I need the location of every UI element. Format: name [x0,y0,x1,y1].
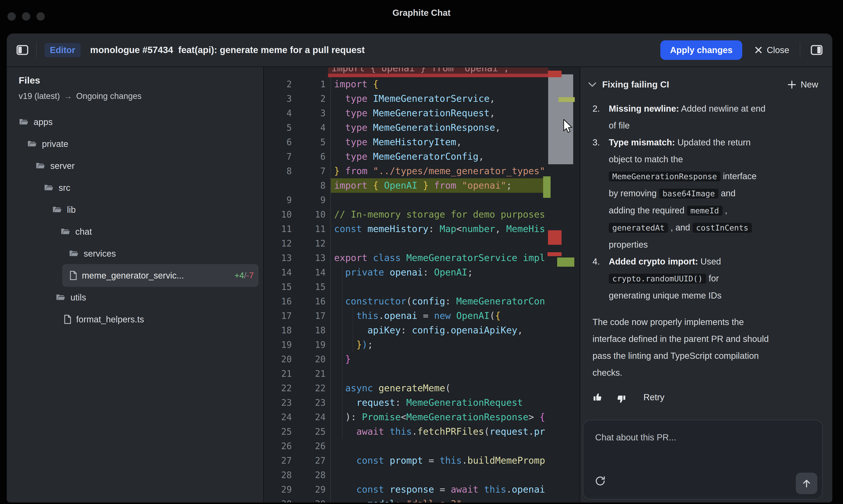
chat-input-box[interactable]: Chat about this PR... [583,420,823,499]
tree-folder-services[interactable]: services [19,242,263,265]
code-line-content: const prompt = this.buildMemePromp [330,453,548,468]
code-line-content: }); [330,338,548,352]
code-line: 4 3 type MemeGenerationRequest, [264,106,580,121]
screen: Graphite Chat Editor monologue #57434 fe… [0,0,843,504]
retry-button[interactable]: Retry [643,392,665,402]
tree-label: format_helpers.ts [76,314,144,324]
diff-marker-removed [548,71,562,77]
code-line: 8 7 } from "../types/meme_generator_type… [264,164,580,178]
diff-slash: / [244,271,246,280]
tree-file-meme-generator-service[interactable]: meme_generator_servic... +4/-7 [62,264,259,287]
right-sidebar-toggle-icon[interactable] [811,45,823,55]
tree-folder-server[interactable]: server [19,155,263,177]
tree-folder-apps[interactable]: apps [19,111,263,133]
assistant-list-item: 2. Missing newline: Added newline at end… [592,100,819,134]
chevron-down-icon[interactable] [588,82,597,87]
editor-mode-badge[interactable]: Editor [45,43,81,57]
code-line: 25 25 await this.fetchPRFiles(request.pr [264,425,580,439]
new-line-number: 15 [296,280,330,294]
header-divider [36,42,37,58]
new-line-number: 17 [296,309,330,323]
code-line: 27 27 const prompt = this.buildMemePromp [264,453,580,468]
old-line-number: 30 [264,497,296,502]
folder-icon [27,140,37,148]
refresh-icon[interactable] [594,475,606,487]
old-line-number: 24 [264,410,296,425]
new-line-number: 20 [296,352,330,366]
arrow-up-icon [801,478,812,489]
code-line-content: type MemeGenerationResponse, [330,121,548,135]
added-count: +4 [235,271,244,280]
old-line-number: 27 [264,453,296,468]
files-panel: Files v19 (latest) → Ongoing changes app… [7,67,264,502]
tree-file-format-helpers[interactable]: format_helpers.ts [19,308,263,330]
old-line-number: 13 [264,251,296,265]
thumbs-down-button[interactable] [616,394,626,404]
chat-panel: Fixing failing CI New 2. Missing newline… [580,67,832,502]
diff-code-pane[interactable]: import { openai } from "openai"; 2 1 imp… [264,67,580,502]
apply-changes-button[interactable]: Apply changes [660,40,742,60]
old-line-number: 26 [264,439,296,453]
list-item-number: 2. [592,100,609,134]
send-button[interactable] [796,473,817,494]
assistant-list-item: 3. Type mismatch: Updated the returnobje… [592,134,819,253]
diff-stat-badge: +4/-7 [235,271,254,280]
code-line-content: async generateMeme( [330,381,548,395]
code-line-content [330,468,548,482]
tree-label: utils [70,292,86,303]
old-line-number: 21 [264,366,296,381]
old-line-number: 29 [264,482,296,497]
code-line: 23 23 request: MemeGenerationRequest [264,395,580,410]
pr-title: monologue #57434 feat(api): generate mem… [90,45,365,55]
new-line-number: 4 [296,121,330,135]
code-line: 30 30 model: "dall-e-3", [264,497,580,502]
old-line-number: 9 [264,193,296,207]
tree-label: services [84,249,116,258]
new-line-number: 11 [296,222,330,236]
new-line-number: 23 [296,395,330,410]
code-line-content: export class MemeGeneratorService impl [330,251,548,265]
old-line-number: 8 [264,164,296,178]
left-sidebar-toggle-icon[interactable] [16,45,28,55]
diff-marker-removed [548,230,562,245]
old-line-number: 16 [264,294,296,309]
code-line-content: ): Promise<MemeGenerationResponse> { [330,410,548,425]
code-line-content: model: "dall-e-3", [330,497,548,502]
close-button[interactable]: Close [755,45,789,55]
tree-folder-utils[interactable]: utils [19,286,263,308]
old-line-number: 7 [264,149,296,164]
old-line-number: 19 [264,338,296,352]
old-line-number: 14 [264,265,296,280]
tree-folder-src[interactable]: src [19,177,263,199]
folder-icon [44,184,54,192]
code-line-content: type MemeGeneratorConfig, [330,149,548,164]
file-tree: apps private server src [19,111,263,330]
thumbs-up-button[interactable] [592,392,603,402]
new-line-number: 19 [296,338,330,352]
code-line: 3 2 type IMemeGeneratorService, [264,91,580,106]
tree-label: src [58,183,70,193]
old-line-number: 3 [264,91,296,106]
code-line-content [330,236,548,251]
thread-header: Fixing failing CI New [580,67,832,90]
new-line-number: 10 [296,207,330,222]
file-icon [70,271,77,280]
tree-label: meme_generator_servic... [82,271,184,281]
version-row[interactable]: v19 (latest) → Ongoing changes [19,91,263,101]
tree-folder-lib[interactable]: lib [19,199,263,221]
chat-input-placeholder: Chat about this PR... [595,432,676,443]
old-line-number: 6 [264,135,296,149]
code-line: 10 10 // In-memory storage for demo purp… [264,207,580,222]
tree-label: lib [67,205,76,215]
tree-folder-chat[interactable]: chat [19,221,263,242]
version-target-label: Ongoing changes [76,91,142,101]
code-line: 18 18 apiKey: config.openaiApiKey, [264,323,580,338]
folder-icon [19,118,29,126]
new-line-number: 18 [296,323,330,338]
tree-folder-private[interactable]: private [19,133,263,155]
thread-title[interactable]: Fixing failing CI [602,79,669,90]
assistant-list: 2. Missing newline: Added newline at end… [592,100,819,304]
new-thread-button[interactable]: New [788,79,818,89]
main-content: Files v19 (latest) → Ongoing changes app… [7,67,832,502]
code-line-content [330,193,548,207]
